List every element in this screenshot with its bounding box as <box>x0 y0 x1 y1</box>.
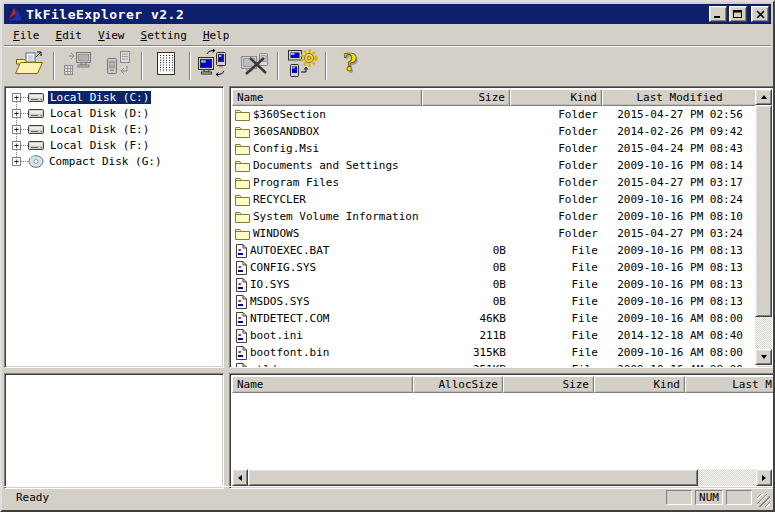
menu-setting[interactable]: Setting <box>133 27 195 44</box>
expand-plus-icon[interactable]: + <box>12 157 21 166</box>
vertical-scrollbar <box>755 89 772 365</box>
scroll-down-button[interactable] <box>755 349 772 365</box>
disk-drive-icon <box>28 123 45 135</box>
column-header-size[interactable]: Size <box>503 376 594 393</box>
minimize-button[interactable] <box>709 6 727 22</box>
file-row[interactable]: WINDOWSFolder2015-04-27 PM 03:24 <box>232 225 757 242</box>
disk-drive-icon <box>28 91 45 103</box>
sync-settings-button[interactable] <box>282 49 322 83</box>
expand-plus-icon[interactable]: + <box>12 93 21 102</box>
file-row[interactable]: Documents and SettingsFolder2009-10-16 P… <box>232 157 757 174</box>
file-kind: Folder <box>510 142 602 155</box>
column-header-size[interactable]: Size <box>422 89 510 106</box>
disconnect-device-button[interactable] <box>234 49 274 83</box>
open-folder-button[interactable] <box>10 49 50 83</box>
file-name-cell: CONFIG.SYS <box>232 261 422 275</box>
scroll-thumb[interactable] <box>755 105 772 317</box>
expand-plus-icon[interactable]: + <box>12 125 21 134</box>
maximize-button[interactable] <box>729 6 747 22</box>
scroll-left-button[interactable] <box>232 469 248 486</box>
file-row[interactable]: boot.ini211BFile2014-12-18 AM 08:40 <box>232 327 757 344</box>
file-name: MSDOS.SYS <box>250 295 310 308</box>
file-row[interactable]: ntldr251KBFile2009-10-16 AM 08:00 <box>232 361 757 367</box>
folder-icon <box>235 159 250 172</box>
scroll-track[interactable] <box>755 105 772 349</box>
file-modified: 2009-10-16 PM 08:10 <box>602 210 757 223</box>
file-row[interactable]: System Volume InformationFolder2009-10-1… <box>232 208 757 225</box>
column-header-last-modified[interactable]: Last Modified <box>602 89 757 106</box>
file-row[interactable]: bootfont.bin315KBFile2009-10-16 AM 08:00 <box>232 344 757 361</box>
help-button[interactable]: ?? <box>330 49 370 83</box>
menu-bar: File Edit View Setting Help <box>4 26 771 44</box>
arrow-up-icon <box>761 95 767 99</box>
file-size: 0B <box>422 295 510 308</box>
file-modified: 2009-10-16 PM 08:13 <box>602 295 757 308</box>
column-header-name[interactable]: Name <box>232 376 413 393</box>
close-button[interactable] <box>751 6 769 22</box>
folder-icon <box>235 125 250 138</box>
file-name-cell: NTDETECT.COM <box>232 312 422 326</box>
file-size: 0B <box>422 261 510 274</box>
file-modified: 2014-02-26 PM 09:42 <box>602 125 757 138</box>
column-header-kind[interactable]: Kind <box>594 376 685 393</box>
file-name: boot.ini <box>250 329 303 342</box>
local-file-list-panel[interactable]: NameSizeKindLast Modified $360SectionFol… <box>229 86 775 368</box>
file-row[interactable]: AUTOEXEC.BAT0BFile2009-10-16 PM 08:13 <box>232 242 757 259</box>
file-kind: File <box>510 261 602 274</box>
file-name: 360SANDBOX <box>253 125 319 138</box>
scroll-thumb[interactable] <box>248 469 698 486</box>
file-kind: File <box>510 312 602 325</box>
file-row[interactable]: CONFIG.SYS0BFile2009-10-16 PM 08:13 <box>232 259 757 276</box>
tree-item-local-disk-c[interactable]: +Local Disk (C:) <box>12 89 221 105</box>
receive-from-device-button[interactable] <box>98 49 138 83</box>
column-header-kind[interactable]: Kind <box>510 89 602 106</box>
menu-file[interactable]: File <box>5 27 48 44</box>
scroll-up-button[interactable] <box>755 89 772 105</box>
scroll-right-button[interactable] <box>756 469 772 486</box>
tree-item-compact-disk-g[interactable]: +Compact Disk (G:) <box>12 153 221 169</box>
send-to-pc-button[interactable] <box>58 49 98 83</box>
horizontal-scrollbar <box>232 469 772 486</box>
expand-plus-icon[interactable]: + <box>12 109 21 118</box>
file-name: WINDOWS <box>253 227 299 240</box>
file-row[interactable]: $360SectionFolder2015-04-27 PM 02:56 <box>232 106 757 123</box>
menu-view[interactable]: View <box>90 27 133 44</box>
expand-plus-icon[interactable]: + <box>12 141 21 150</box>
device-tree-panel[interactable] <box>4 373 224 489</box>
list-view-button[interactable] <box>146 49 186 83</box>
file-list-body[interactable]: $360SectionFolder2015-04-27 PM 02:56360S… <box>232 106 757 367</box>
tree-item-local-disk-e[interactable]: +Local Disk (E:) <box>12 121 221 137</box>
file-row[interactable]: Program FilesFolder2015-04-27 PM 03:17 <box>232 174 757 191</box>
tree-item-local-disk-d[interactable]: +Local Disk (D:) <box>12 105 221 121</box>
device-file-list-panel[interactable]: NameAllocSizeSizeKindLast M <box>229 373 775 489</box>
file-name-cell: AUTOEXEC.BAT <box>232 244 422 258</box>
title-bar[interactable]: TkFileExplorer v2.2 <box>4 4 771 24</box>
device-list-body[interactable] <box>232 393 774 471</box>
folder-icon <box>235 210 250 223</box>
tree-item-local-disk-f[interactable]: +Local Disk (F:) <box>12 137 221 153</box>
file-modified: 2014-12-18 AM 08:40 <box>602 329 757 342</box>
connect-device-button[interactable] <box>194 49 234 83</box>
file-row[interactable]: MSDOS.SYS0BFile2009-10-16 PM 08:13 <box>232 293 757 310</box>
file-list-header: NameSizeKindLast Modified <box>232 89 757 106</box>
file-row[interactable]: NTDETECT.COM46KBFile2009-10-16 AM 08:00 <box>232 310 757 327</box>
file-kind: Folder <box>510 176 602 189</box>
file-row[interactable]: IO.SYS0BFile2009-10-16 PM 08:13 <box>232 276 757 293</box>
file-row[interactable]: Config.MsiFolder2015-04-24 PM 08:43 <box>232 140 757 157</box>
file-row[interactable]: 360SANDBOXFolder2014-02-26 PM 09:42 <box>232 123 757 140</box>
file-modified: 2009-10-16 PM 08:13 <box>602 261 757 274</box>
file-icon <box>235 295 247 309</box>
tree-connector <box>21 129 28 130</box>
file-name: Config.Msi <box>253 142 319 155</box>
column-header-last-m[interactable]: Last M <box>685 376 775 393</box>
column-header-allocsize[interactable]: AllocSize <box>413 376 503 393</box>
cd-drive-icon <box>28 155 44 168</box>
local-drive-tree-panel[interactable]: +Local Disk (C:)+Local Disk (D:)+Local D… <box>4 86 224 368</box>
resize-grip-icon[interactable] <box>757 494 770 507</box>
file-name: CONFIG.SYS <box>250 261 316 274</box>
menu-edit[interactable]: Edit <box>48 27 91 44</box>
menu-help[interactable]: Help <box>195 27 238 44</box>
file-row[interactable]: RECYCLERFolder2009-10-16 PM 08:24 <box>232 191 757 208</box>
column-header-name[interactable]: Name <box>232 89 422 106</box>
scroll-track[interactable] <box>248 469 756 486</box>
